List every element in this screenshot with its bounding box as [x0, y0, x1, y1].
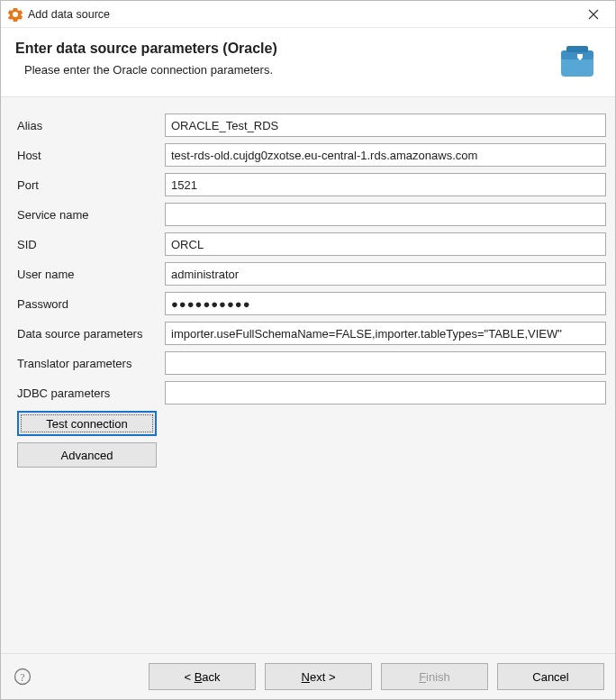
help-icon: ? [14, 668, 32, 686]
page-title: Enter data source parameters (Oracle) [15, 41, 556, 57]
alias-input[interactable] [165, 114, 606, 137]
password-label: Password [17, 297, 165, 311]
finish-button[interactable]: Finish [381, 663, 488, 690]
port-input[interactable] [165, 173, 606, 196]
titlebar-title: Add data source [28, 8, 579, 21]
test-connection-button[interactable]: Test connection [17, 411, 157, 436]
alias-label: Alias [17, 119, 165, 132]
service-name-label: Service name [17, 208, 165, 222]
jdbc-params-input[interactable] [165, 381, 606, 405]
dialog: Add data source Enter data source parame… [0, 0, 616, 700]
close-icon [588, 9, 599, 20]
header-text: Enter data source parameters (Oracle) Pl… [15, 41, 556, 84]
port-label: Port [17, 178, 165, 192]
translator-params-input[interactable] [165, 351, 606, 375]
form-area: Alias Host Port Service name SID User na… [1, 97, 615, 653]
ds-params-label: Data source parameters [17, 327, 165, 341]
host-input[interactable] [165, 143, 606, 167]
page-description: Please enter the Oracle connection param… [15, 63, 556, 77]
bottom-bar: ? < Back Next > Finish Cancel [1, 653, 615, 699]
svg-rect-2 [566, 46, 588, 52]
host-label: Host [17, 149, 165, 162]
ds-params-input[interactable] [165, 322, 606, 345]
back-button[interactable]: < Back [149, 663, 256, 690]
jdbc-params-label: JDBC parameters [17, 386, 165, 400]
advanced-button[interactable]: Advanced [17, 442, 157, 468]
cancel-button[interactable]: Cancel [497, 663, 604, 690]
sid-input[interactable] [165, 232, 606, 256]
data-source-icon [556, 41, 599, 84]
help-button[interactable]: ? [12, 666, 33, 687]
service-name-input[interactable] [165, 203, 606, 226]
username-input[interactable] [165, 262, 606, 286]
translator-params-label: Translator parameters [17, 357, 165, 370]
username-label: User name [17, 268, 165, 281]
gear-icon [8, 7, 23, 22]
header: Enter data source parameters (Oracle) Pl… [1, 28, 615, 97]
password-input[interactable] [165, 292, 606, 315]
next-button[interactable]: Next > [265, 663, 372, 690]
sid-label: SID [17, 238, 165, 251]
titlebar: Add data source [1, 1, 615, 28]
close-button[interactable] [579, 3, 608, 26]
svg-text:?: ? [20, 671, 24, 684]
